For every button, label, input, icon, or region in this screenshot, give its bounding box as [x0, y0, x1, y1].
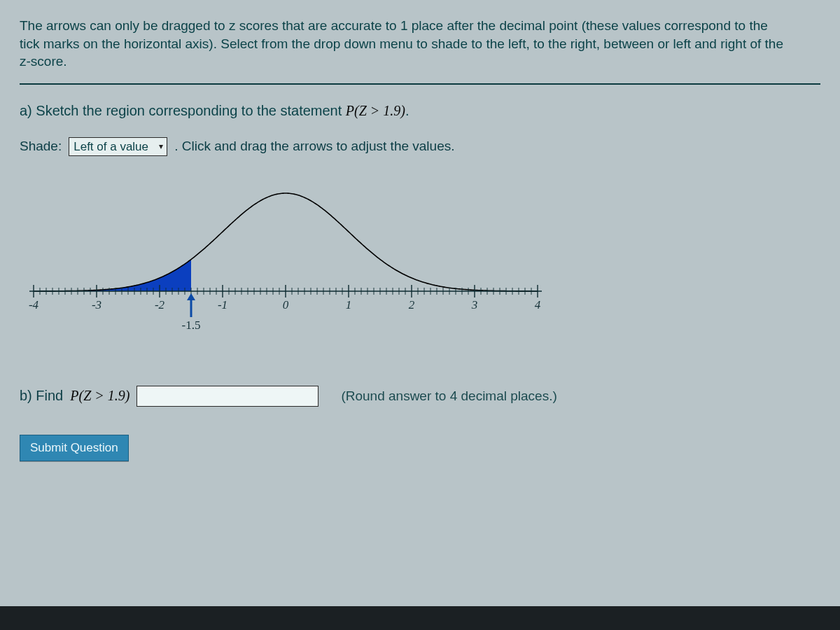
normal-distribution-chart[interactable]: -4-3-2-101234-1.5 [20, 176, 552, 344]
axis-tick-label: -3 [92, 298, 102, 312]
axis-tick-label: -2 [155, 298, 164, 312]
axis-tick-label: 1 [346, 298, 352, 312]
part-a-prefix: a) Sketch the region corresponding to th… [20, 103, 346, 118]
instructions-text: The arrows can only be dragged to z scor… [20, 17, 790, 71]
axis-tick-label: -1 [218, 298, 227, 312]
axis-tick-label: 0 [283, 298, 289, 312]
round-hint: (Round answer to 4 decimal places.) [341, 388, 556, 404]
shade-label: Shade: [20, 139, 62, 154]
answer-input[interactable] [136, 386, 318, 407]
part-b-expression: P(Z > 1.9) [70, 388, 130, 404]
part-a-expression: P(Z > 1.9) [346, 103, 405, 118]
shade-hint: . Click and drag the arrows to adjust th… [174, 139, 454, 154]
section-divider [20, 83, 820, 85]
axis-tick-label: -4 [29, 298, 38, 312]
svg-marker-84 [187, 293, 195, 300]
part-a-suffix: . [405, 103, 410, 118]
svg-marker-0 [34, 259, 191, 290]
z-arrow-handle[interactable] [185, 293, 197, 317]
window-bottom-bar [0, 606, 840, 630]
submit-button[interactable]: Submit Question [20, 435, 129, 461]
shade-select-wrap[interactable]: Left of a value ▾ [69, 137, 167, 156]
axis-tick-label: 2 [409, 298, 415, 312]
part-a-prompt: a) Sketch the region corresponding to th… [20, 103, 820, 119]
chart-svg [20, 176, 552, 344]
z-arrow-label: -1.5 [182, 318, 201, 332]
shade-dropdown[interactable]: Left of a value [69, 137, 167, 156]
axis-tick-label: 3 [472, 298, 478, 312]
axis-tick-label: 4 [535, 298, 541, 312]
part-b-prefix: b) Find [20, 388, 63, 404]
